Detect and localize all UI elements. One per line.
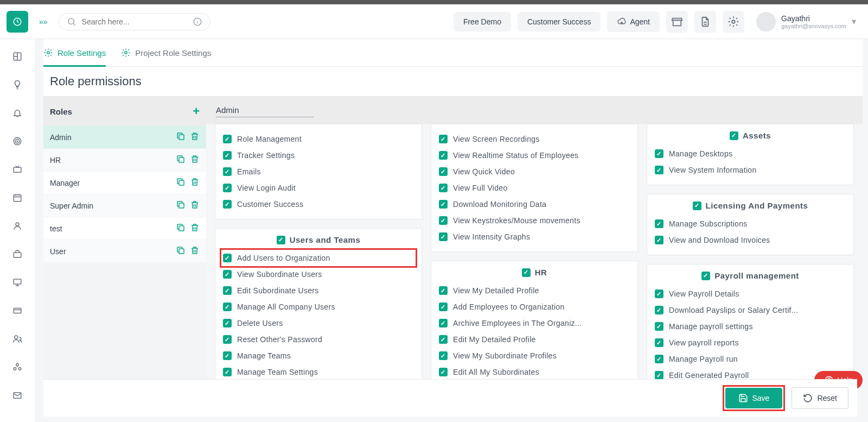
checkbox[interactable] <box>439 167 448 176</box>
checkbox[interactable] <box>223 319 232 327</box>
checkbox[interactable] <box>655 322 663 331</box>
checkbox[interactable] <box>439 319 448 327</box>
role-label: Super Admin <box>50 201 93 210</box>
checkbox[interactable] <box>439 184 448 192</box>
agent-button[interactable]: Agent <box>607 11 660 32</box>
delete-icon[interactable] <box>190 154 200 166</box>
role-item[interactable]: Admin <box>43 126 206 149</box>
checkbox[interactable] <box>655 149 663 158</box>
checkbox[interactable] <box>439 232 448 241</box>
perm-card-users-teams: Users and Teams Add Users to Organizatio… <box>215 228 422 387</box>
checkbox[interactable] <box>439 216 448 225</box>
checkbox[interactable] <box>439 368 448 376</box>
save-button[interactable]: Save <box>725 388 783 408</box>
add-role-button[interactable]: + <box>193 104 200 118</box>
copy-icon[interactable] <box>176 177 186 188</box>
reset-button[interactable]: Reset <box>792 387 848 409</box>
nav-briefcase-icon[interactable] <box>11 248 24 261</box>
nav-dashboard-icon[interactable] <box>11 50 24 63</box>
checkbox[interactable] <box>655 289 663 298</box>
copy-icon[interactable] <box>176 223 186 234</box>
role-item[interactable]: User <box>43 240 206 263</box>
nav-bell-icon[interactable] <box>11 106 24 119</box>
nav-users-icon[interactable] <box>11 332 24 345</box>
role-item[interactable]: HR <box>43 149 206 172</box>
nav-person-icon[interactable] <box>11 219 24 232</box>
role-item[interactable]: Manager <box>43 172 206 194</box>
delete-icon[interactable] <box>190 177 200 188</box>
checkbox[interactable] <box>655 219 663 228</box>
checkbox[interactable] <box>439 135 448 143</box>
delete-icon[interactable] <box>190 131 200 143</box>
checkbox[interactable] <box>655 371 663 380</box>
checkbox[interactable] <box>223 303 232 311</box>
checkbox[interactable] <box>223 184 232 192</box>
nav-team-icon[interactable] <box>11 361 24 374</box>
app-logo[interactable] <box>7 11 28 33</box>
checkbox[interactable] <box>439 351 448 360</box>
checkbox[interactable] <box>701 272 710 280</box>
checkbox[interactable] <box>655 338 663 347</box>
nav-idea-icon[interactable] <box>11 78 24 91</box>
delete-icon[interactable] <box>190 245 200 257</box>
expand-sidebar-icon[interactable]: »» <box>35 17 52 26</box>
copy-icon[interactable] <box>176 154 186 166</box>
nav-credit-card-icon[interactable] <box>11 304 24 317</box>
nav-target-icon[interactable] <box>11 135 24 148</box>
info-icon[interactable] <box>193 17 202 27</box>
checkbox[interactable] <box>693 201 701 210</box>
settings-icon-button[interactable] <box>723 11 744 33</box>
checkbox[interactable] <box>223 270 232 279</box>
checkbox[interactable] <box>223 368 232 376</box>
checkbox[interactable] <box>223 167 232 176</box>
selected-role-input[interactable] <box>216 103 314 117</box>
svg-rect-23 <box>179 180 184 185</box>
reset-icon <box>803 393 813 403</box>
tab-project-role-settings[interactable]: Project Role Settings <box>121 46 211 60</box>
copy-icon[interactable] <box>176 131 186 143</box>
tab-role-settings[interactable]: Role Settings <box>43 46 106 60</box>
copy-icon[interactable] <box>176 200 186 211</box>
checkbox[interactable] <box>522 268 531 277</box>
role-item[interactable]: Super Admin <box>43 194 206 217</box>
checkbox[interactable] <box>730 131 738 140</box>
checkbox[interactable] <box>439 303 448 311</box>
checkbox[interactable] <box>223 351 232 360</box>
customer-success-button[interactable]: Customer Success <box>518 12 601 32</box>
role-item[interactable]: test <box>43 217 206 240</box>
nav-monitor-icon[interactable] <box>11 276 24 289</box>
checkbox[interactable] <box>439 200 448 209</box>
checkbox[interactable] <box>655 355 663 363</box>
checkbox[interactable] <box>655 236 663 244</box>
checkbox[interactable] <box>223 254 232 262</box>
store-icon-button[interactable] <box>666 11 688 33</box>
free-demo-button[interactable]: Free Demo <box>454 12 511 32</box>
role-label: Manager <box>50 179 80 187</box>
user-menu[interactable]: Gayathri gayathri@snovasys.com ▾ <box>751 12 861 32</box>
delete-icon[interactable] <box>190 200 200 211</box>
checkbox[interactable] <box>223 151 232 160</box>
search-icon <box>67 17 76 27</box>
checkbox[interactable] <box>439 286 448 295</box>
checkbox[interactable] <box>655 306 663 314</box>
permission-label: Edit Generated Payroll <box>669 371 749 380</box>
checkbox[interactable] <box>439 335 448 344</box>
search-input[interactable] <box>82 17 187 26</box>
left-nav-rail <box>0 39 35 422</box>
checkbox[interactable] <box>439 151 448 160</box>
nav-tv-icon[interactable] <box>11 163 24 176</box>
document-icon-button[interactable] <box>694 11 716 33</box>
checkbox[interactable] <box>223 335 232 344</box>
nav-calendar-icon[interactable] <box>11 191 24 204</box>
search-box[interactable] <box>59 13 210 30</box>
permission-row: Manage Teams <box>223 348 414 364</box>
delete-icon[interactable] <box>190 223 200 234</box>
checkbox[interactable] <box>223 200 232 209</box>
checkbox[interactable] <box>223 286 232 295</box>
checkbox[interactable] <box>655 166 663 174</box>
copy-icon[interactable] <box>176 245 186 257</box>
permission-row: View Intensity Graphs <box>439 229 630 245</box>
nav-mail-icon[interactable] <box>11 389 24 402</box>
checkbox[interactable] <box>223 135 232 143</box>
checkbox[interactable] <box>277 236 285 244</box>
